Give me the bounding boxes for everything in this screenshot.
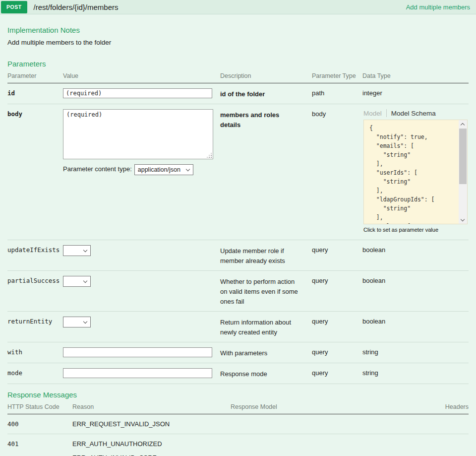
scrollbar-thumb[interactable]	[459, 129, 467, 184]
col-value: Value	[63, 72, 220, 79]
col-http-status-code: HTTP Status Code	[7, 403, 72, 410]
param-row-updateIfExists: updateIfExists Update member role if mem…	[7, 240, 469, 271]
param-description: Update member role if member already exi…	[220, 245, 312, 266]
parameters-title: Parameters	[7, 46, 469, 68]
resize-grip-icon[interactable]	[207, 153, 212, 158]
id-value-input[interactable]	[63, 88, 212, 98]
param-description: id of the folder	[220, 88, 312, 99]
param-description: Response mode	[220, 368, 312, 379]
param-type: query	[312, 347, 362, 356]
param-type: query	[312, 276, 362, 284]
param-data-type: boolean	[362, 276, 469, 284]
param-description: members and roles details	[220, 109, 312, 130]
api-operation-panel: POST /rest/folders/{id}/members Add mult…	[0, 0, 476, 456]
content-type-select[interactable]: application/json	[134, 164, 193, 175]
model-tabs: Model Model Schema	[363, 109, 469, 117]
param-row-mode: mode Response mode query string	[7, 363, 469, 384]
param-name: returnEntity	[7, 317, 63, 325]
scroll-up-icon	[461, 123, 465, 127]
parameters-table: Parameter Value Description Parameter Ty…	[7, 72, 469, 384]
parameters-table-header: Parameter Value Description Parameter Ty…	[7, 72, 469, 83]
col-response-model: Response Model	[231, 403, 445, 410]
param-name: mode	[7, 368, 63, 377]
response-row-400: 400 ERR_REQUEST_INVALID_JSON	[7, 414, 469, 434]
col-parameter-type: Parameter Type	[312, 72, 362, 79]
param-description: Return information about newly created e…	[220, 317, 312, 337]
param-name: with	[7, 347, 63, 356]
returnEntity-select[interactable]	[63, 317, 91, 327]
param-name: updateIfExists	[7, 245, 63, 254]
param-name: body	[7, 109, 63, 118]
status-code: 400	[7, 419, 72, 429]
param-description: Whether to perform action on valid items…	[220, 276, 312, 307]
param-type: body	[312, 109, 362, 118]
response-messages-table: HTTP Status Code Reason Response Model H…	[7, 403, 469, 456]
param-data-type: boolean	[362, 317, 469, 325]
response-messages-title: Response Messages	[7, 384, 469, 399]
param-row-returnEntity: returnEntity Return information about ne…	[7, 312, 469, 342]
with-value-input[interactable]	[63, 347, 212, 357]
col-reason: Reason	[72, 403, 231, 410]
param-type: query	[312, 368, 362, 377]
param-row-partialSuccess: partialSuccess Whether to perform action…	[7, 271, 469, 312]
param-data-type: string	[362, 368, 469, 377]
tab-model[interactable]: Model	[363, 110, 386, 117]
implementation-notes-text: Add multiple members to the folder	[7, 39, 469, 46]
param-data-type: integer	[362, 88, 469, 97]
col-description: Description	[220, 72, 312, 79]
implementation-notes-title: Implementation Notes	[7, 14, 469, 34]
param-data-type: boolean	[362, 245, 469, 254]
body-value-textarea[interactable]	[63, 109, 213, 159]
scroll-down-button[interactable]	[459, 216, 467, 224]
reason-text: ERR_AUTH_INVALID_CSRF	[72, 453, 231, 456]
col-parameter: Parameter	[7, 72, 63, 79]
param-description: With parameters	[220, 347, 312, 358]
response-row-401: 401 ERR_AUTH_UNAUTHORIZED ERR_AUTH_INVAL…	[7, 434, 469, 456]
updateIfExists-select[interactable]	[63, 245, 91, 256]
scroll-up-button[interactable]	[459, 120, 467, 128]
param-name: partialSuccess	[7, 276, 63, 284]
partialSuccess-select[interactable]	[63, 276, 91, 287]
param-type: query	[312, 317, 362, 325]
param-type: path	[312, 88, 362, 97]
scroll-down-icon	[461, 217, 465, 221]
param-name: id	[7, 88, 63, 97]
schema-json-code[interactable]: { "notify": true, "emails": [ "string" ]…	[364, 120, 467, 224]
param-type: query	[312, 245, 362, 254]
param-data-type: string	[362, 347, 469, 356]
col-data-type: Data Type	[362, 72, 469, 79]
reason-text: ERR_AUTH_UNAUTHORIZED	[72, 439, 231, 449]
col-headers: Headers	[445, 403, 469, 410]
operation-body: Implementation Notes Add multiple member…	[0, 14, 476, 456]
param-row-id: id id of the folder path integer	[7, 83, 469, 104]
reason-text: ERR_REQUEST_INVALID_JSON	[72, 419, 231, 429]
content-type-label: Parameter content type:	[63, 165, 132, 173]
tab-model-schema[interactable]: Model Schema	[387, 110, 436, 117]
http-method-badge: POST	[1, 1, 27, 13]
response-table-header: HTTP Status Code Reason Response Model H…	[7, 403, 469, 414]
param-row-with: with With parameters query string	[7, 342, 469, 363]
operation-header: POST /rest/folders/{id}/members Add mult…	[0, 0, 476, 14]
schema-hint-text: Click to set as parameter value	[363, 227, 469, 233]
model-schema-snippet[interactable]: { "notify": true, "emails": [ "string" ]…	[363, 120, 468, 224]
schema-scrollbar[interactable]	[459, 120, 467, 224]
param-row-body: body Parameter content type: application…	[7, 104, 469, 240]
status-code: 401	[7, 439, 72, 456]
operation-summary-link[interactable]: Add multiple members	[406, 3, 470, 11]
endpoint-path-link[interactable]: /rest/folders/{id}/members	[34, 3, 119, 11]
mode-value-input[interactable]	[63, 368, 212, 378]
